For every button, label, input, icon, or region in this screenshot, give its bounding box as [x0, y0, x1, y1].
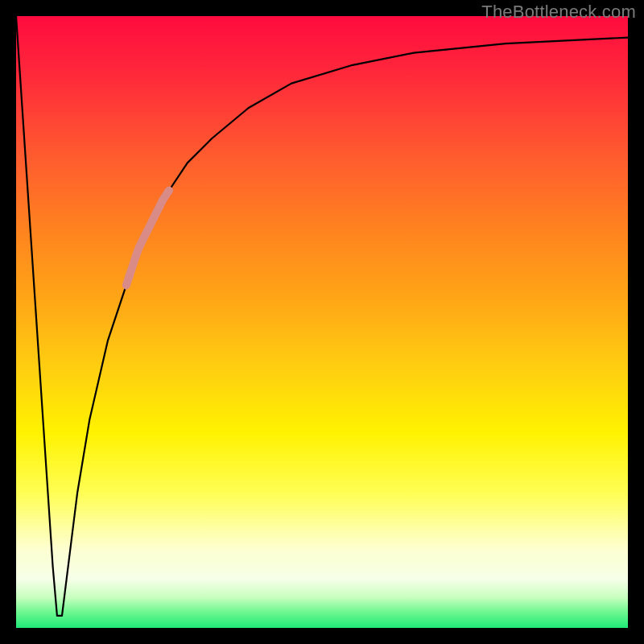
bottleneck-curve: [16, 16, 628, 616]
chart-frame: TheBottleneck.com: [0, 0, 644, 644]
curve-svg: [16, 16, 628, 628]
highlight-segment: [126, 191, 169, 286]
plot-area: [16, 16, 628, 628]
highlight-dot: [126, 272, 134, 280]
watermark-text: TheBottleneck.com: [481, 2, 636, 23]
